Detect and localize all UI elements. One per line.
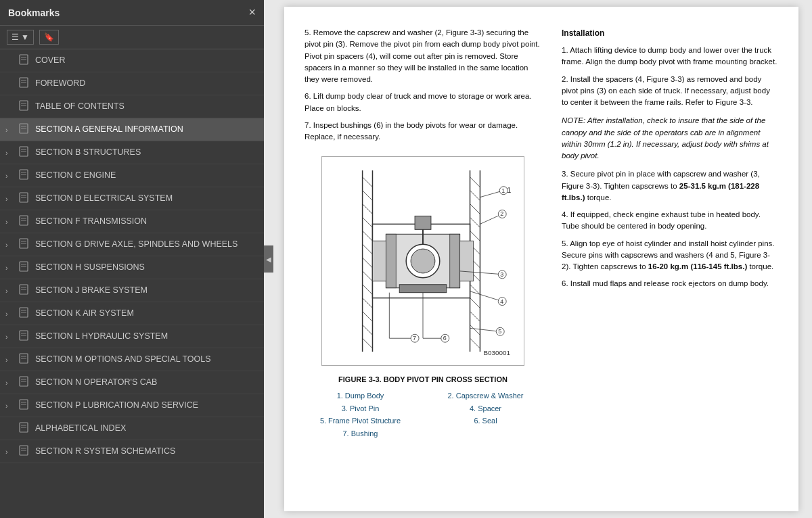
svg-text:6: 6: [443, 335, 447, 342]
bookmark-page-icon: [19, 123, 30, 136]
bookmark-label: SECTION C ENGINE: [35, 170, 116, 181]
dropdown-arrow: ▼: [21, 32, 29, 42]
figure-legend: 1. Dump Body2. Capscrew & Washer3. Pivot…: [304, 390, 541, 439]
bookmark-label: SECTION B STRUCTURES: [35, 147, 141, 158]
svg-text:1: 1: [501, 187, 505, 194]
installation-heading: Installation: [562, 27, 778, 39]
bookmark-label: ALPHABETICAL INDEX: [35, 423, 126, 433]
svg-rect-92: [460, 241, 474, 281]
install-step-item: Install the spacers (4, Figure 3-3) as r…: [562, 74, 778, 109]
bookmark-page-icon: [19, 100, 30, 113]
sidebar-item-foreword[interactable]: FOREWORD: [0, 72, 264, 95]
sidebar-item-cover[interactable]: COVER: [0, 49, 264, 72]
bookmark-label: SECTION R SYSTEM SCHEMATICS: [35, 446, 175, 456]
page-content: Remove the capscrew and washer (2, Figur…: [284, 7, 798, 511]
svg-point-88: [411, 249, 435, 273]
bookmark-icon: 🔖: [44, 32, 54, 42]
installation-note: NOTE: After installation, check to insur…: [562, 115, 778, 162]
step-item: Inspect bushings (6) in the body pivots …: [304, 120, 541, 143]
sidebar-item-section-d[interactable]: ›SECTION D ELECTRICAL SYSTEM: [0, 187, 264, 210]
collapse-sidebar-button[interactable]: ◀: [264, 245, 273, 273]
sidebar-item-toc[interactable]: TABLE OF CONTENTS: [0, 95, 264, 118]
main-area: ◀ Remove the capscrew and washer (2, Fig…: [264, 0, 812, 518]
bookmark-page-icon: [19, 169, 30, 182]
bookmark-label: COVER: [35, 55, 65, 66]
svg-rect-91: [373, 241, 386, 281]
sidebar: Bookmarks × ☰ ▼ 🔖 COVER FOREWORD TABLE O…: [0, 0, 264, 518]
legend-item: 2. Capscrew & Washer: [430, 390, 541, 402]
bookmark-label: SECTION J BRAKE SYSTEM: [35, 285, 148, 296]
more-step-item: If equipped, check engine exhaust tube i…: [562, 209, 778, 233]
sidebar-item-section-k[interactable]: ›SECTION K AIR SYSTEM: [0, 302, 264, 325]
sidebar-item-section-l[interactable]: ›SECTION L HYDRAULIC SYSTEM: [0, 325, 264, 348]
expand-arrow-icon: ›: [5, 448, 16, 456]
bookmark-icon-button[interactable]: 🔖: [39, 30, 59, 45]
svg-rect-89: [386, 235, 396, 288]
bookmark-label: TABLE OF CONTENTS: [35, 101, 125, 112]
svg-text:3: 3: [500, 271, 503, 278]
sidebar-item-alphabetical[interactable]: ALPHABETICAL INDEX: [0, 417, 264, 440]
more-step-item: Align top eye of hoist cylinder and inst…: [562, 238, 778, 273]
bookmark-label: SECTION G DRIVE AXLE, SPINDLES AND WHEEL…: [35, 239, 238, 250]
sidebar-item-section-f[interactable]: ›SECTION F TRANSMISSION: [0, 210, 264, 233]
expand-arrow-icon: ›: [5, 356, 16, 364]
legend-item: 4. Spacer: [430, 403, 541, 415]
svg-text:7: 7: [413, 335, 416, 342]
expand-arrow-icon: ›: [5, 379, 16, 387]
figure-container: 1 1 2 3 4: [304, 156, 541, 439]
bookmark-label: SECTION N OPERATOR'S CAB: [35, 377, 157, 387]
sidebar-title: Bookmarks: [8, 7, 60, 18]
list-icon: ☰: [12, 32, 19, 42]
bookmark-page-icon: [19, 445, 30, 458]
bookmark-page-icon: [19, 307, 30, 320]
svg-rect-90: [450, 235, 460, 288]
legend-item: 3. Pivot Pin: [304, 403, 416, 415]
bookmark-page-icon: [19, 215, 30, 228]
install-step-item: Attach lifting device to dump body and l…: [562, 45, 778, 68]
expand-arrow-icon: ›: [5, 195, 16, 203]
bookmark-label: SECTION L HYDRAULIC SYSTEM: [35, 331, 168, 342]
technical-drawing: 1 1 2 3 4: [321, 156, 524, 366]
expand-arrow-icon: ›: [5, 333, 16, 341]
installation-steps-list: Attach lifting device to dump body and l…: [562, 45, 778, 108]
close-button[interactable]: ×: [248, 5, 256, 20]
svg-text:5: 5: [498, 329, 501, 335]
sidebar-item-section-g[interactable]: ›SECTION G DRIVE AXLE, SPINDLES AND WHEE…: [0, 233, 264, 256]
bookmark-label: SECTION P LUBRICATION AND SERVICE: [35, 400, 198, 410]
expand-arrow-icon: ›: [5, 126, 16, 134]
sidebar-item-section-m[interactable]: ›SECTION M OPTIONS AND SPECIAL TOOLS: [0, 348, 264, 371]
bookmark-page-icon: [19, 376, 30, 389]
sidebar-item-section-j[interactable]: ›SECTION J BRAKE SYSTEM: [0, 279, 264, 302]
content-right: Installation Attach lifting device to du…: [562, 27, 778, 452]
figure-caption: FIGURE 3-3. BODY PIVOT PIN CROSS SECTION: [304, 374, 541, 385]
expand-arrow-icon: ›: [5, 310, 16, 318]
bookmark-label: SECTION D ELECTRICAL SYSTEM: [35, 193, 173, 204]
sidebar-item-section-b[interactable]: ›SECTION B STRUCTURES: [0, 141, 264, 164]
bookmark-label: SECTION F TRANSMISSION: [35, 216, 147, 227]
bookmark-page-icon: [19, 399, 30, 412]
sidebar-item-section-c[interactable]: ›SECTION C ENGINE: [0, 164, 264, 187]
more-step-item: Install mud flaps and release rock eject…: [562, 278, 778, 289]
bookmark-page-icon: [19, 330, 30, 343]
bookmark-page-icon: [19, 353, 30, 366]
sidebar-item-section-p[interactable]: ›SECTION P LUBRICATION AND SERVICE: [0, 394, 264, 417]
sidebar-item-section-n[interactable]: ›SECTION N OPERATOR'S CAB: [0, 371, 264, 394]
bookmark-page-icon: [19, 77, 30, 90]
sidebar-item-section-h[interactable]: ›SECTION H SUSPENSIONS: [0, 256, 264, 279]
svg-text:B030001: B030001: [483, 349, 510, 356]
bookmark-page-icon: [19, 192, 30, 205]
expand-arrow-icon: ›: [5, 241, 16, 249]
expand-arrow-icon: ›: [5, 172, 16, 180]
legend-item: 6. Seal: [430, 415, 541, 427]
sidebar-items-list: COVER FOREWORD TABLE OF CONTENTS›SECTION…: [0, 49, 264, 518]
svg-rect-95: [399, 285, 447, 293]
sidebar-item-section-a[interactable]: ›SECTION A GENERAL INFORMATION: [0, 118, 264, 141]
svg-rect-93: [415, 216, 431, 230]
bookmark-page-icon: [19, 54, 30, 67]
expand-arrow-icon: ›: [5, 218, 16, 226]
sidebar-item-section-r[interactable]: ›SECTION R SYSTEM SCHEMATICS: [0, 440, 264, 463]
more-steps-list: Secure pivot pin in place with capscrew …: [562, 168, 778, 289]
list-view-button[interactable]: ☰ ▼: [7, 30, 34, 45]
bookmark-label: SECTION K AIR SYSTEM: [35, 308, 134, 319]
expand-arrow-icon: ›: [5, 287, 16, 295]
